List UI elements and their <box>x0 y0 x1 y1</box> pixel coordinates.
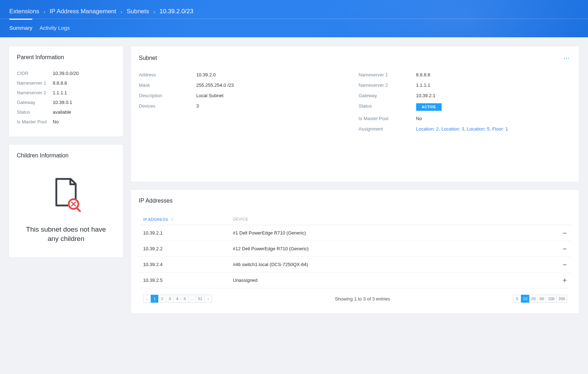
breadcrumb-extensions[interactable]: Extensions <box>9 8 39 15</box>
subnet-mask-label: Mask <box>139 82 196 88</box>
content: Parent Information CIDR10.39.0.0/20 Name… <box>0 37 588 322</box>
breadcrumb: Extensions › IP Address Management › Sub… <box>0 0 588 19</box>
subnet-ns1-label: Nameserver 1 <box>359 72 416 77</box>
page-ellipsis: ... <box>188 295 196 303</box>
subnet-assignment-label: Assignment <box>359 126 416 132</box>
status-badge: ACTIVE <box>416 103 442 111</box>
subnet-devices-value: 3 <box>196 103 199 109</box>
ip-address-cell: 10.39.2.4 <box>143 262 233 267</box>
parent-gateway-value: 10.39.0.1 <box>53 100 72 105</box>
remove-icon[interactable]: − <box>552 246 567 251</box>
column-ip-address[interactable]: IP ADDRESS ↑ <box>143 217 233 222</box>
chevron-right-icon: › <box>153 9 155 15</box>
subnet-master-value: No <box>416 116 422 121</box>
ip-addresses-title: IP Addresses <box>139 198 571 204</box>
breadcrumb-subnets[interactable]: Subnets <box>127 8 149 15</box>
tab-activity-logs[interactable]: Activity Logs <box>39 19 70 37</box>
parent-ns2-value: 1.1.1.1 <box>53 90 67 95</box>
tab-summary[interactable]: Summary <box>9 19 32 37</box>
pagination: ‹12345...51› <box>143 295 212 303</box>
parent-gateway-label: Gateway <box>17 100 53 105</box>
add-icon[interactable]: + <box>552 278 567 283</box>
parent-master-value: No <box>53 119 59 124</box>
remove-icon[interactable]: − <box>552 262 567 267</box>
empty-document-icon <box>50 176 82 212</box>
parent-status-label: Status <box>17 109 53 115</box>
device-cell: Unassigned <box>233 278 552 283</box>
column-device[interactable]: DEVICE <box>233 217 567 222</box>
subnet-ns2-value: 1.1.1.1 <box>416 82 431 88</box>
subnet-status-label: Status <box>359 103 416 109</box>
parent-ns1-value: 8.8.8.8 <box>53 80 67 86</box>
breadcrumb-current: 10.39.2.0/23 <box>159 8 193 15</box>
page-size-button[interactable]: 50 <box>537 295 546 303</box>
page-size-button[interactable]: 5 <box>513 295 521 303</box>
ip-addresses-card: IP Addresses IP ADDRESS ↑ DEVICE 10.39.2… <box>131 189 579 314</box>
page-button[interactable]: 2 <box>158 295 166 303</box>
children-empty-message: This subnet does not have any children <box>19 225 113 243</box>
parent-cidr-label: CIDR <box>17 71 53 76</box>
parent-cidr-value: 10.39.0.0/20 <box>53 71 79 76</box>
subnet-desc-value: Local Subnet <box>196 93 224 98</box>
page-size-selector: 5102050100200 <box>513 295 567 303</box>
subnet-ns2-label: Nameserver 2 <box>359 82 416 88</box>
parent-info-title: Parent Information <box>17 54 115 61</box>
subnet-master-label: Is Master Pool <box>359 116 416 121</box>
subnet-mask-value: 255.255.254.0 /23 <box>196 82 234 88</box>
parent-ns1-label: Nameserver 1 <box>17 80 53 86</box>
ip-address-cell: 10.39.2.5 <box>143 278 233 283</box>
ip-address-cell: 10.39.2.2 <box>143 246 233 251</box>
page-button[interactable]: 1 <box>151 295 159 303</box>
page-size-button[interactable]: 200 <box>556 295 567 303</box>
page-size-button[interactable]: 10 <box>521 295 530 303</box>
subnet-desc-label: Description <box>139 93 196 98</box>
remove-icon[interactable]: − <box>552 231 567 236</box>
more-actions-icon[interactable]: ⋯ <box>563 54 571 62</box>
table-row[interactable]: 10.39.2.1#1 Dell PowerEdge R710 (Generic… <box>139 225 571 241</box>
children-info-title: Children Information <box>17 152 115 159</box>
showing-entries: Showing 1 to 3 of 3 entries <box>335 296 390 302</box>
subnet-ns1-value: 8.8.8.8 <box>416 72 431 77</box>
parent-ns2-label: Nameserver 2 <box>17 90 53 95</box>
parent-status-value: available <box>53 109 71 115</box>
page-button[interactable]: 51 <box>196 295 204 303</box>
parent-information-card: Parent Information CIDR10.39.0.0/20 Name… <box>9 46 123 137</box>
ip-address-cell: 10.39.2.1 <box>143 230 233 236</box>
page-header: Extensions › IP Address Management › Sub… <box>0 0 588 37</box>
parent-master-label: Is Master Pool <box>17 119 53 124</box>
chevron-right-icon: › <box>43 9 45 15</box>
children-empty-state: This subnet does not have any children <box>17 169 115 250</box>
page-button[interactable]: 4 <box>173 295 181 303</box>
device-cell: #46 switch1.local (DCS-7250QX-64) <box>233 262 552 267</box>
page-button[interactable]: 3 <box>166 295 174 303</box>
next-page-button[interactable]: › <box>204 295 212 303</box>
table-row[interactable]: 10.39.2.4#46 switch1.local (DCS-7250QX-6… <box>139 257 571 273</box>
tabs: Summary Activity Logs <box>0 19 588 37</box>
children-information-card: Children Information This subnet does no… <box>9 144 123 258</box>
prev-page-button[interactable]: ‹ <box>143 295 151 303</box>
svg-line-4 <box>77 208 80 211</box>
device-cell: #12 Dell PowerEdge R710 (Generic) <box>233 246 552 251</box>
subnet-card: Subnet ⋯ Address10.39.2.0 Mask255.255.25… <box>131 46 579 182</box>
subnet-devices-label: Devices <box>139 103 196 109</box>
sort-asc-icon: ↑ <box>171 217 173 222</box>
page-size-button[interactable]: 20 <box>529 295 538 303</box>
table-row[interactable]: 10.39.2.2#12 Dell PowerEdge R710 (Generi… <box>139 241 571 257</box>
ip-table-header: IP ADDRESS ↑ DEVICE <box>139 214 571 225</box>
subnet-assignment-link[interactable]: Location: 2, Location: 3, Location: 5, F… <box>416 126 508 132</box>
subnet-address-value: 10.39.2.0 <box>196 72 216 77</box>
page-button[interactable]: 5 <box>181 295 189 303</box>
subnet-address-label: Address <box>139 72 196 77</box>
table-row[interactable]: 10.39.2.5Unassigned+ <box>139 273 571 288</box>
device-cell: #1 Dell PowerEdge R710 (Generic) <box>233 230 552 236</box>
page-size-button[interactable]: 100 <box>546 295 556 303</box>
subnet-title: Subnet <box>139 55 157 61</box>
subnet-gateway-value: 10.39.2.1 <box>416 93 436 98</box>
subnet-gateway-label: Gateway <box>359 93 416 98</box>
chevron-right-icon: › <box>121 9 122 15</box>
breadcrumb-ipam[interactable]: IP Address Management <box>50 8 116 15</box>
